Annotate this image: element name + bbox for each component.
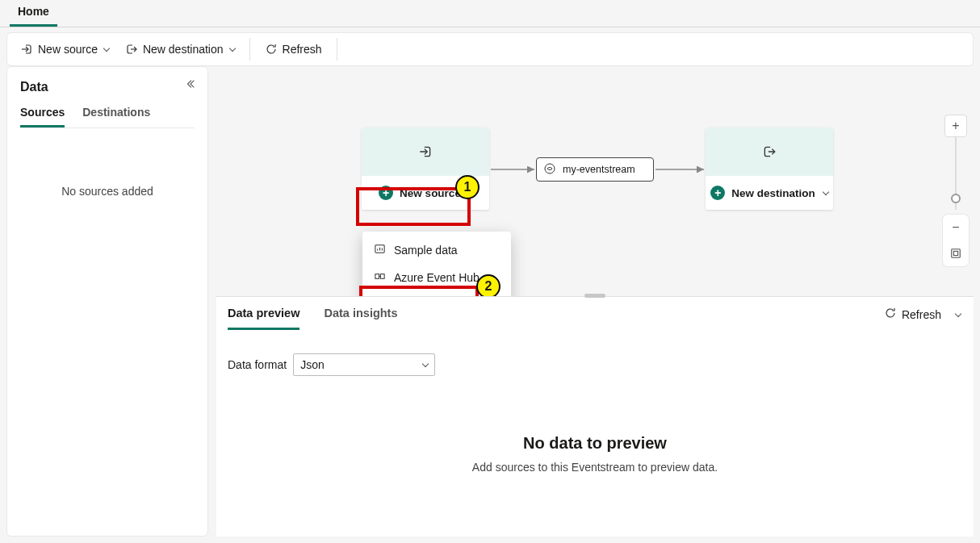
dropdown-item-sample-data[interactable]: Sample data (362, 236, 511, 264)
sample-data-icon (374, 243, 386, 257)
chevron-down-icon[interactable] (955, 310, 961, 316)
refresh-label: Refresh (283, 43, 322, 56)
annotation-badge-2: 2 (476, 274, 500, 296)
toolbar-separator (337, 38, 337, 61)
canvas[interactable]: + New source my-eventstream (216, 66, 974, 296)
refresh-icon (265, 43, 278, 56)
sidebar-empty-message: No sources added (20, 185, 195, 198)
destination-out-icon (762, 144, 777, 159)
refresh-label: Refresh (902, 308, 941, 321)
preview-tabs: Data preview Data insights (228, 307, 962, 331)
panel-resize-handle[interactable] (584, 294, 605, 298)
no-data-subtitle: Add sources to this Eventstream to previ… (228, 461, 962, 474)
tab-data-insights[interactable]: Data insights (324, 307, 397, 330)
ribbon-tab-home[interactable]: Home (10, 0, 57, 27)
data-format-value: Json (300, 358, 325, 371)
ribbon-tabs: Home (0, 0, 980, 27)
plus-icon: + (379, 186, 393, 200)
chevron-down-icon (103, 45, 110, 52)
toolbar: New source New destination Refresh (6, 32, 974, 66)
preview-panel: Data preview Data insights Refresh Data … (216, 296, 974, 537)
sidebar-tabs: Sources Destinations (20, 106, 195, 128)
refresh-button[interactable]: Refresh (257, 38, 330, 61)
new-source-label: New source (38, 43, 98, 56)
data-format-label: Data format (228, 358, 287, 371)
svg-rect-13 (953, 251, 957, 255)
sidebar-tab-destinations[interactable]: Destinations (82, 106, 150, 127)
destination-node[interactable]: + New destination (706, 127, 833, 210)
eventstream-icon (543, 162, 556, 178)
zoom-slider[interactable] (955, 137, 957, 210)
source-node-header (362, 127, 489, 176)
no-data-message: No data to preview Add sources to this E… (228, 434, 962, 474)
preview-refresh-button[interactable]: Refresh (884, 307, 941, 322)
eventstream-node[interactable]: my-eventstream (536, 157, 654, 182)
chevron-down-icon (228, 45, 235, 52)
event-hub-icon (374, 270, 386, 285)
source-in-icon (418, 144, 433, 159)
svg-point-0 (545, 164, 555, 173)
data-panel: Data Sources Destinations No sources add… (6, 66, 208, 537)
destination-node-header (706, 127, 833, 176)
data-format-select[interactable]: Json (293, 353, 435, 376)
new-source-button[interactable]: New source (12, 38, 117, 61)
dropdown-item-label: Azure Event Hub (394, 271, 480, 284)
chevron-down-icon (422, 361, 429, 367)
sidebar-tab-sources[interactable]: Sources (20, 106, 65, 127)
no-data-title: No data to preview (228, 434, 962, 453)
new-destination-label: New destination (731, 187, 815, 199)
svg-rect-3 (380, 274, 384, 279)
refresh-icon (884, 307, 897, 322)
collapse-panel-button[interactable] (185, 78, 196, 92)
plus-icon: + (710, 186, 725, 200)
chevron-down-icon (823, 189, 829, 195)
toolbar-separator (249, 38, 250, 61)
svg-rect-12 (952, 249, 961, 258)
tab-data-preview[interactable]: Data preview (228, 307, 299, 330)
new-destination-button[interactable]: New destination (117, 38, 243, 61)
new-source-label: New source (400, 187, 461, 199)
dropdown-item-label: Sample data (394, 244, 458, 257)
zoom-controls: + − (943, 115, 969, 266)
new-destination-label: New destination (143, 43, 224, 56)
new-destination-dropdown-button[interactable]: + New destination (706, 176, 833, 210)
eventstream-label: my-eventstream (563, 164, 635, 175)
source-in-icon (20, 43, 33, 56)
svg-rect-2 (375, 274, 379, 279)
sidebar-title: Data (20, 80, 195, 94)
zoom-in-button[interactable]: + (944, 115, 967, 137)
fit-view-button[interactable] (944, 242, 967, 265)
annotation-badge-1: 1 (455, 175, 480, 199)
zoom-out-button[interactable]: − (944, 216, 967, 239)
destination-out-icon (125, 43, 138, 56)
